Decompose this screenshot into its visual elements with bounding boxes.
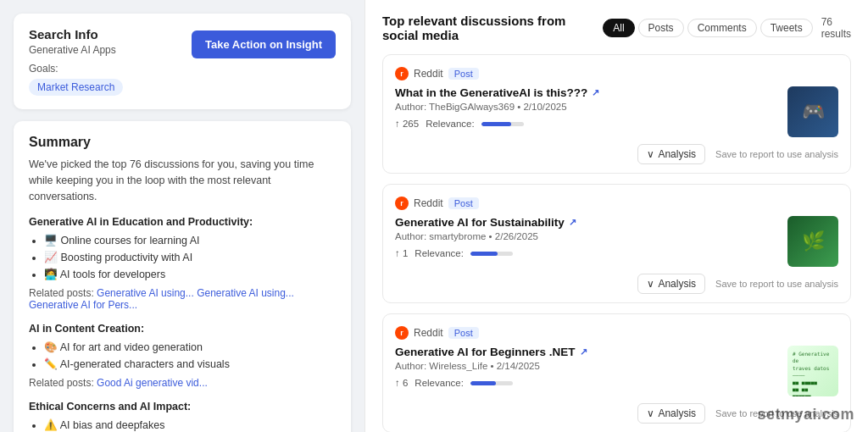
upvote-count: ↑ 6: [395, 378, 408, 388]
summary-section-education: Generative AI in Education and Productiv…: [29, 216, 336, 311]
relevance-bar: [470, 252, 513, 256]
card-author: Author: Wireless_Life • 2/14/2025: [395, 361, 779, 371]
card-title: Generative AI for Sustainability ↗: [395, 216, 779, 229]
bullet-item: 📈 Boosting productivity with AI: [44, 249, 336, 266]
discussion-card: r Reddit Post Generative AI for Sustaina…: [382, 184, 851, 303]
search-info-card: Search Info Generative AI Apps Goals: Ma…: [14, 14, 351, 109]
card-meta: r Reddit Post: [395, 197, 838, 210]
analysis-label: Analysis: [658, 148, 696, 160]
card-meta: r Reddit Post: [395, 67, 838, 80]
tab-all[interactable]: All: [603, 19, 634, 37]
reddit-icon: r: [395, 67, 409, 80]
card-title: Generative AI for Beginners .NET ↗: [395, 346, 779, 358]
card-thumbnail: # Generative de traves datos ———— ■■ ■■■…: [787, 346, 838, 396]
section-title-education: Generative AI in Education and Productiv…: [29, 216, 336, 228]
thumbnail-image: 🎮: [787, 86, 838, 137]
save-to-report[interactable]: Save to report to use analysis: [715, 279, 838, 289]
bullet-item: 🧑‍💻 AI tools for developers: [44, 266, 336, 283]
goals-label: Goals:: [29, 63, 123, 75]
card-thumbnail: 🌿: [787, 216, 838, 267]
related-link[interactable]: Generative AI using...: [197, 287, 294, 299]
chevron-down-icon: ∨: [647, 278, 654, 290]
relevance-bar: [481, 122, 524, 126]
card-footer: ∨ Analysis Save to report to use analysi…: [395, 274, 838, 294]
chevron-down-icon: ∨: [647, 407, 654, 419]
section-bullets-ethical: ⚠️ AI bias and deepfakes 🔴 AI's impact o…: [29, 417, 336, 432]
card-body: Generative AI for Beginners .NET ↗ Autho…: [395, 346, 838, 396]
right-header: Top relevant discussions from social med…: [382, 14, 851, 42]
section-title-content: AI in Content Creation:: [29, 323, 336, 335]
thumbnail-image: 🌿: [787, 216, 838, 267]
relevance-bar: [470, 381, 513, 385]
take-action-button[interactable]: Take Action on Insight: [192, 30, 336, 58]
card-content: Generative AI for Sustainability ↗ Autho…: [395, 216, 779, 258]
card-title-text: Generative AI for Sustainability: [395, 216, 565, 229]
save-to-report[interactable]: Save to report to use analysis: [715, 149, 838, 159]
filter-tabs: All Posts Comments Tweets 76 results: [603, 16, 851, 40]
section-bullets-content: 🎨 AI for art and video generation ✏️ AI-…: [29, 339, 336, 373]
card-body: Generative AI for Sustainability ↗ Autho…: [395, 216, 838, 267]
relevance-fill: [470, 381, 496, 385]
chevron-down-icon: ∨: [647, 148, 654, 160]
card-stats: ↑ 1 Relevance:: [395, 248, 779, 258]
upvote-count: ↑ 1: [395, 248, 408, 258]
watermark: setmyai.com: [757, 406, 854, 424]
search-info-title: Search Info: [29, 27, 123, 42]
relevance-label: Relevance:: [415, 378, 464, 388]
section-bullets-education: 🖥️ Online courses for learning AI 📈 Boos…: [29, 232, 336, 283]
card-stats: ↑ 265 Relevance:: [395, 119, 779, 129]
source-label: Reddit: [414, 197, 443, 209]
analysis-label: Analysis: [658, 407, 696, 419]
bullet-item: 🎨 AI for art and video generation: [44, 339, 336, 356]
discussion-card: r Reddit Post What in the GenerativeAI i…: [382, 54, 851, 174]
section-title-ethical: Ethical Concerns and AI Impact:: [29, 401, 336, 413]
analysis-button[interactable]: ∨ Analysis: [637, 403, 705, 424]
relevance-fill: [470, 252, 498, 256]
analysis-button[interactable]: ∨ Analysis: [637, 144, 705, 164]
card-thumbnail: 🎮: [787, 86, 838, 137]
market-research-tag: Market Research: [29, 79, 123, 96]
card-stats: ↑ 6 Relevance:: [395, 378, 779, 388]
related-link[interactable]: Generative AI using...: [97, 287, 194, 299]
card-author: Author: smartybrome • 2/26/2025: [395, 231, 779, 241]
bullet-item: 🖥️ Online courses for learning AI: [44, 232, 336, 249]
relevance-label: Relevance:: [415, 248, 464, 258]
related-link[interactable]: Good Ai generative vid...: [97, 377, 208, 389]
source-label: Reddit: [414, 68, 443, 80]
relevance-label: Relevance:: [426, 119, 475, 129]
reddit-icon: r: [395, 326, 409, 340]
summary-title: Summary: [29, 135, 336, 150]
post-badge: Post: [448, 68, 479, 80]
related-link[interactable]: Generative AI for Pers...: [29, 299, 137, 311]
summary-intro: We've picked the top 76 discussions for …: [29, 157, 336, 204]
post-badge: Post: [448, 327, 479, 339]
card-body: What in the GenerativeAI is this??? ↗ Au…: [395, 86, 838, 137]
summary-section-content: AI in Content Creation: 🎨 AI for art and…: [29, 323, 336, 389]
source-label: Reddit: [414, 327, 443, 339]
search-info-subtitle: Generative AI Apps: [29, 44, 123, 56]
right-panel: Top relevant discussions from social med…: [364, 0, 868, 432]
card-title-text: What in the GenerativeAI is this???: [395, 86, 587, 99]
bullet-item: ⚠️ AI bias and deepfakes: [44, 417, 336, 432]
summary-card: Summary We've picked the top 76 discussi…: [14, 121, 351, 432]
analysis-button[interactable]: ∨ Analysis: [637, 274, 705, 294]
tab-comments[interactable]: Comments: [687, 19, 757, 37]
card-footer: ∨ Analysis Save to report to use analysi…: [395, 144, 838, 164]
card-title-text: Generative AI for Beginners .NET: [395, 346, 576, 358]
external-link-icon[interactable]: ↗: [569, 217, 576, 228]
reddit-icon: r: [395, 197, 409, 210]
card-title: What in the GenerativeAI is this??? ↗: [395, 86, 779, 99]
tab-tweets[interactable]: Tweets: [760, 19, 813, 37]
post-badge: Post: [448, 197, 479, 209]
related-posts-education: Related posts: Generative AI using... Ge…: [29, 287, 336, 311]
tab-posts[interactable]: Posts: [638, 19, 684, 37]
card-content: What in the GenerativeAI is this??? ↗ Au…: [395, 86, 779, 129]
related-posts-content: Related posts: Good Ai generative vid...: [29, 377, 336, 389]
relevance-fill: [481, 122, 511, 126]
card-content: Generative AI for Beginners .NET ↗ Autho…: [395, 346, 779, 388]
external-link-icon[interactable]: ↗: [592, 87, 599, 98]
external-link-icon[interactable]: ↗: [580, 346, 587, 357]
card-meta: r Reddit Post: [395, 326, 838, 340]
left-panel: Search Info Generative AI Apps Goals: Ma…: [0, 0, 364, 432]
right-title: Top relevant discussions from social med…: [382, 14, 603, 42]
